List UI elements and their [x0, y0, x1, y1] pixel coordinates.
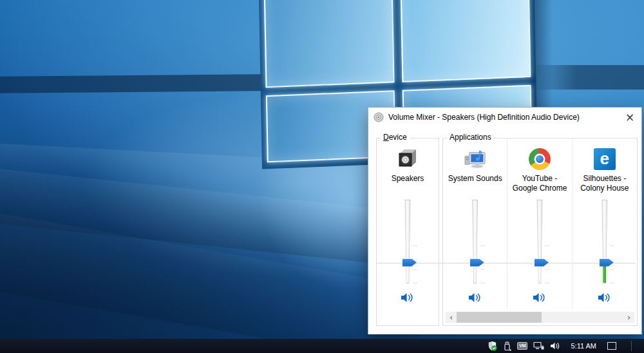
- channel-app-icon-button[interactable]: e: [591, 146, 619, 172]
- window-titlebar[interactable]: Volume Mixer - Speakers (High Definition…: [368, 108, 641, 127]
- show-desktop-button[interactable]: [638, 339, 644, 353]
- window-content: Device Speakers: [368, 127, 641, 334]
- slider-tick: [480, 245, 485, 246]
- system-sounds-icon: [464, 148, 486, 169]
- slider-track: [536, 200, 543, 283]
- volume-slider[interactable]: [582, 200, 627, 283]
- edge-logo-letter: e: [600, 150, 609, 167]
- vmware-tray-icon[interactable]: VM: [517, 342, 527, 350]
- mixer-channel-edge: e Silhouettes - Colony House: [573, 138, 637, 309]
- channel-app-icon-button[interactable]: [461, 146, 489, 172]
- mixer-channel-chrome: YouTube - Google Chrome: [507, 138, 572, 309]
- speaker-volume-icon: [400, 292, 415, 303]
- mixer-channel-speakers-device: Speakers: [377, 138, 439, 309]
- slider-tick: [545, 245, 549, 246]
- slider-track: [472, 200, 478, 283]
- device-channels-row: Speakers: [377, 138, 439, 325]
- volume-mixer-app-icon: [374, 112, 384, 122]
- usb-device-icon[interactable]: [503, 341, 511, 351]
- volume-tray-icon[interactable]: [550, 341, 561, 350]
- volume-mixer-window: Volume Mixer - Speakers (High Definition…: [368, 107, 642, 334]
- edge-icon: e: [594, 148, 616, 170]
- channel-name-label: YouTube - Google Chrome: [507, 174, 571, 195]
- slider-thumb[interactable]: [535, 259, 549, 267]
- channel-app-icon-button[interactable]: [393, 146, 422, 172]
- volume-slider[interactable]: [385, 200, 430, 283]
- h-scrollbar[interactable]: ‹ ›: [446, 312, 634, 323]
- slider-tick: [610, 283, 614, 283]
- chrome-icon: [529, 148, 551, 170]
- speaker-volume-icon: [532, 292, 547, 303]
- action-center-icon[interactable]: [607, 342, 616, 350]
- slider-tick: [610, 269, 614, 270]
- network-icon[interactable]: [533, 341, 544, 350]
- slider-track: [404, 200, 411, 283]
- channel-app-icon: [464, 148, 486, 171]
- system-tray: VM 5:11 AM: [488, 339, 644, 353]
- slider-tick: [545, 269, 549, 270]
- mixer-channel-system-sounds: System Sounds: [443, 138, 507, 309]
- applications-channels-row: System Sounds YouTube - Google Chrome: [443, 138, 637, 325]
- h-scrollbar-track[interactable]: [457, 312, 623, 323]
- vm-badge-label: VM: [517, 342, 527, 350]
- peak-meter: [603, 266, 606, 283]
- taskbar-clock[interactable]: 5:11 AM: [571, 342, 596, 350]
- slider-tick: [480, 269, 485, 270]
- channel-name-label: Speakers: [390, 174, 426, 195]
- slider-tick: [413, 283, 417, 283]
- mute-button[interactable]: [594, 289, 616, 306]
- windows-defender-icon[interactable]: [488, 341, 497, 351]
- close-button[interactable]: ×: [622, 110, 638, 124]
- mute-button[interactable]: [397, 289, 419, 306]
- device-groupbox: Device Speakers: [376, 138, 439, 326]
- applications-groupbox: Applications System Sounds: [442, 138, 638, 326]
- h-scrollbar-thumb[interactable]: [457, 312, 542, 323]
- mute-button[interactable]: [464, 289, 486, 306]
- speakers-device-icon: [397, 148, 419, 169]
- channel-name-label: Silhouettes - Colony House: [573, 174, 637, 195]
- scroll-right-button[interactable]: ›: [623, 312, 634, 323]
- slider-tick: [413, 245, 417, 246]
- scroll-left-button[interactable]: ‹: [446, 312, 457, 323]
- slider-tick: [545, 283, 549, 283]
- volume-slider[interactable]: [453, 200, 498, 283]
- channel-app-icon: [529, 148, 551, 170]
- channel-name-label: System Sounds: [447, 174, 504, 195]
- taskbar: VM 5:11 AM: [0, 339, 644, 353]
- mute-button[interactable]: [529, 289, 551, 306]
- taskbar-divider: [631, 341, 632, 351]
- slider-tick: [610, 245, 614, 246]
- slider-thumb[interactable]: [402, 259, 417, 267]
- slider-thumb[interactable]: [470, 259, 484, 267]
- slider-tick: [480, 283, 485, 283]
- channel-app-icon: [397, 148, 419, 171]
- slider-tick: [413, 269, 417, 270]
- speaker-volume-icon: [468, 292, 483, 303]
- window-title: Volume Mixer - Speakers (High Definition…: [388, 113, 580, 122]
- speaker-volume-icon: [597, 292, 612, 303]
- channel-app-icon: e: [594, 148, 616, 170]
- volume-slider[interactable]: [517, 200, 562, 283]
- channel-app-icon-button[interactable]: [526, 146, 554, 172]
- slider-thumb[interactable]: [600, 259, 614, 267]
